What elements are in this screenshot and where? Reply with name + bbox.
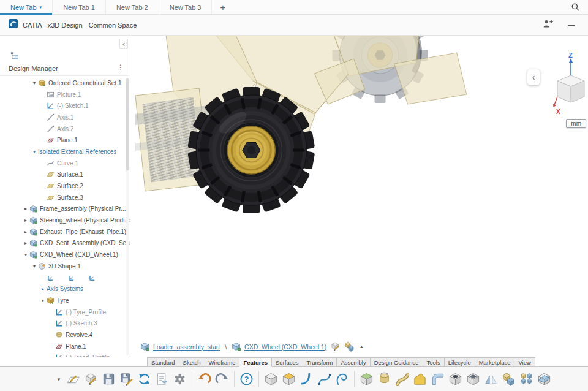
ribbon-tab-assembly[interactable]: Assembly — [337, 357, 370, 367]
expander-icon[interactable]: ▾ — [31, 264, 38, 269]
mirror-button[interactable] — [483, 370, 499, 389]
helix-button[interactable] — [334, 370, 350, 389]
ribbon-tab-marketplace[interactable]: Marketplace — [475, 357, 515, 367]
breadcrumb-root-link[interactable]: Loader_assembly_start — [153, 343, 220, 351]
expander-icon[interactable]: ▸ — [22, 240, 29, 246]
undo-button[interactable] — [196, 370, 213, 389]
redo-button[interactable] — [214, 370, 230, 389]
panel-menu-button[interactable]: ⋮ — [117, 63, 124, 72]
tree-item-label: Picture.1 — [57, 91, 81, 98]
shell-button[interactable] — [465, 370, 481, 389]
tree-item[interactable]: Axis.1 — [0, 112, 130, 123]
expander-icon[interactable]: ▾ — [22, 252, 29, 257]
view-compass[interactable]: Z X — [552, 51, 588, 124]
tree-item[interactable]: Plane.1 — [0, 341, 130, 352]
boolean-button[interactable] — [500, 370, 517, 389]
tree-item[interactable]: ▸CXD_Seat_Assembly (CXD_Seat... — [0, 238, 130, 249]
tree-item[interactable]: ▸Steering_wheel (Physical Product... — [0, 214, 130, 226]
update-button[interactable] — [136, 370, 153, 389]
panel-expand-chevron-button[interactable]: ‹ — [527, 69, 540, 85]
tree-item[interactable]: ▸Axis Systems — [0, 283, 130, 295]
tree-item[interactable]: (-) Tread_Profile — [0, 352, 130, 358]
ribbon-tab-lifecycle[interactable]: Lifecycle — [445, 357, 475, 367]
ribbon-tab-tools[interactable]: Tools — [423, 357, 445, 367]
revolve-button[interactable] — [376, 370, 393, 389]
expander-icon[interactable]: ▸ — [22, 229, 29, 235]
spline-button[interactable] — [316, 370, 333, 389]
tree-item[interactable]: Plane.1 — [0, 134, 130, 146]
browser-tab-new-tab-2[interactable]: New Tab 2 — [106, 0, 159, 14]
expander-icon[interactable]: ▸ — [22, 218, 29, 223]
units-selector[interactable]: mm — [566, 119, 586, 128]
viewport-3d[interactable]: ‹ Z X mm Loader_assembly_start \ CXD_Whe… — [130, 36, 588, 357]
panel-collapse-button[interactable]: ‹ — [119, 39, 128, 49]
tree-item[interactable]: ▸Exhaust_Pipe (Exhaust_Pipe.1) — [0, 226, 130, 238]
fillet-button[interactable] — [429, 370, 446, 389]
tree-item[interactable]: ▾Isolated External References — [0, 146, 130, 158]
tree-item[interactable]: Revolve.4 — [0, 329, 130, 341]
tree-item[interactable]: Surface.1 — [0, 169, 130, 181]
tree-item[interactable]: (-) Tyre_Profile — [0, 306, 130, 318]
tree-item[interactable]: ▾Tyre — [0, 295, 130, 306]
browser-tab-new-tab[interactable]: New Tab▾ — [0, 0, 53, 14]
tree-structure-icon[interactable] — [7, 49, 21, 61]
tree-item[interactable]: (-) Sketch.3 — [0, 317, 130, 329]
breadcrumb-expand-icon[interactable]: ▴ — [360, 344, 363, 349]
tab-search-button[interactable] — [563, 0, 588, 14]
extrude-button[interactable] — [358, 370, 375, 389]
sweep-button[interactable] — [394, 370, 410, 389]
scrollbar-thumb[interactable] — [126, 78, 129, 170]
tree-item[interactable]: Axis.2 — [0, 123, 130, 135]
save-button[interactable] — [100, 370, 117, 389]
expander-icon[interactable]: ▾ — [31, 80, 38, 86]
expander-icon[interactable]: ▸ — [22, 206, 29, 211]
box-button[interactable] — [263, 370, 279, 389]
settings-button[interactable] — [172, 370, 188, 389]
ribbon-tab-view[interactable]: View — [514, 357, 535, 367]
tree-item[interactable]: ▾3D Shape 1 — [0, 260, 130, 272]
tree-item[interactable]: Surface.3 — [0, 192, 130, 203]
tree-item[interactable]: Picture.1 — [0, 89, 130, 101]
minimize-button[interactable] — [568, 25, 575, 26]
split-button[interactable] — [536, 370, 552, 389]
ribbon-tab-surfaces[interactable]: Surfaces — [272, 357, 303, 367]
pad-button[interactable] — [281, 370, 297, 389]
breadcrumb-current-link[interactable]: CXD_Wheel (CXD_Wheel.1) — [244, 343, 326, 351]
active-object-icon[interactable] — [344, 341, 355, 352]
ribbon-tab-standard[interactable]: Standard — [147, 357, 179, 367]
share-user-icon[interactable] — [543, 19, 553, 31]
expander-icon[interactable]: ▾ — [39, 298, 47, 303]
drawing-button[interactable] — [154, 370, 170, 389]
front-wheel[interactable] — [187, 87, 315, 213]
help-button[interactable] — [238, 370, 255, 389]
tree-scrollbar[interactable] — [126, 78, 129, 355]
browser-tab-new-tab-1[interactable]: New Tab 1 — [53, 0, 106, 14]
shaft-button[interactable] — [298, 370, 315, 389]
z-axis-label: Z — [568, 51, 573, 59]
expander-icon[interactable]: ▾ — [31, 149, 38, 154]
browser-tab-new-tab-3[interactable]: New Tab 3 — [159, 0, 213, 14]
tree-item[interactable]: Curve.1 — [0, 158, 130, 169]
tab-caret-icon[interactable]: ▾ — [40, 5, 42, 10]
hole-button[interactable] — [447, 370, 464, 389]
save-with-options-button[interactable] — [118, 370, 135, 389]
ribbon-tab-wireframe[interactable]: Wireframe — [205, 357, 240, 367]
tree-item[interactable]: ▸Frame_assembly (Physical Pr... — [0, 203, 130, 215]
sketch-button[interactable] — [65, 370, 81, 389]
tree-item[interactable]: (-) Sketch.1 — [0, 100, 130, 112]
tree-item[interactable]: Surface.2 — [0, 180, 130, 192]
new-tab-button[interactable]: + — [212, 0, 233, 14]
chamfer-button[interactable] — [412, 370, 428, 389]
tree-item[interactable] — [0, 272, 130, 284]
ribbon-tab-transform[interactable]: Transform — [303, 357, 337, 367]
edit-mode-icon[interactable] — [330, 341, 341, 352]
positioned-sketch-button[interactable] — [83, 370, 99, 389]
toolbar-overflow-chevron[interactable]: ▾ — [53, 376, 65, 382]
expander-icon[interactable]: ▸ — [39, 286, 47, 292]
ribbon-tab-sketch[interactable]: Sketch — [179, 357, 205, 367]
ribbon-tab-design-guidance[interactable]: Design Guidance — [371, 357, 423, 367]
ribbon-tab-features[interactable]: Features — [239, 357, 272, 367]
tree-item[interactable]: ▾Ordered Geometrical Set.1 — [0, 77, 130, 89]
tree-item[interactable]: ▾CXD_Wheel (CXD_Wheel.1) — [0, 249, 130, 260]
pattern-button[interactable] — [518, 370, 535, 389]
